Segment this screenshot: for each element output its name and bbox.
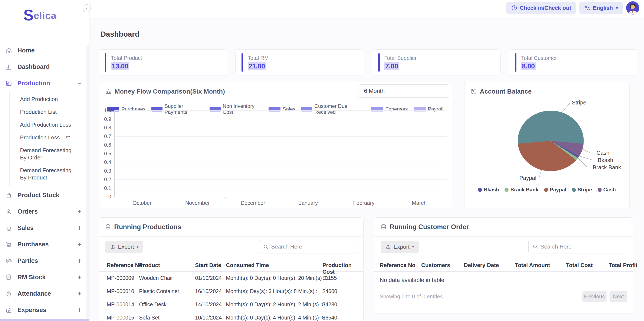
table-cell: MP-000009 [107, 275, 134, 281]
plus-icon[interactable]: + [77, 207, 82, 216]
user-avatar[interactable] [626, 1, 639, 15]
y-axis-tick-label: 0.1 [100, 185, 111, 191]
pie-callout-bkash: Bkash [598, 157, 613, 163]
search-icon [532, 244, 538, 249]
pie-canvas: Stripe Cash Bkash Brack Bank Paypal [464, 82, 630, 193]
table-cell: Month(s): 0 Day(s): 2 Hour(s): 2 Min.(s)… [226, 301, 325, 307]
plus-icon[interactable]: + [77, 240, 82, 248]
stat-card-total-supplier: Total Supplier7.00 [372, 50, 501, 76]
product-stock-icon [5, 192, 12, 199]
language-button[interactable]: English ▾ [579, 2, 623, 14]
parties-icon [5, 257, 12, 264]
sidebar-item-label: Dashboard [18, 63, 50, 70]
check-in-out-button[interactable]: Check in/Check out [506, 2, 576, 14]
y-axis-tick-label: 0.9 [100, 116, 111, 122]
table-cell: 16/10/2024 [195, 288, 222, 294]
divider [374, 236, 633, 237]
running-productions-table: Reference NoProductStart DateConsumed Ti… [99, 259, 363, 321]
export-button[interactable]: Export ▾ [381, 241, 419, 253]
column-header-customers: Customers [421, 262, 450, 268]
table-header-row: Reference NoProductStart DateConsumed Ti… [99, 259, 363, 272]
sidebar-collapse-button[interactable]: ‹ [83, 4, 91, 12]
sidebar-item-label: Attendance [18, 290, 51, 297]
stat-texts: Total Product13.00 [111, 55, 142, 70]
table-cell: MP-000010 [107, 288, 134, 294]
stat-value: 13.00 [111, 63, 142, 70]
sidebar-item-dashboard[interactable]: Dashboard [0, 59, 89, 75]
sidebar-subitem-add-production[interactable]: Add Production [20, 93, 76, 106]
column-header-consumed-time: Consumed Time [226, 262, 269, 268]
search-input[interactable] [540, 243, 622, 250]
sidebar-item-home[interactable]: Home [0, 42, 89, 59]
pie-callout-paypal: Paypal [520, 175, 536, 181]
legend-item-brack-bank[interactable]: Brack Bank [504, 187, 538, 193]
legend-label: Brack Bank [510, 187, 538, 193]
y-axis-tick-label: 0.5 [100, 151, 111, 157]
stat-value: 8.00 [521, 63, 557, 70]
x-axis-label-november: November [170, 200, 225, 206]
sidebar-item-rm-stock[interactable]: RM Stock+ [0, 269, 89, 285]
table-cell: MP-000014 [107, 301, 134, 307]
sidebar-item-sales[interactable]: Sales+ [0, 220, 89, 236]
legend-dot [572, 188, 576, 192]
stat-value: 7.00 [384, 63, 416, 70]
account-balance-legend: BkashBrack BankPaypalStripeCash [464, 187, 629, 193]
database-icon [105, 224, 111, 230]
legend-label: Cash [603, 187, 616, 193]
sidebar-item-label: Parties [18, 257, 38, 264]
legend-item-cash[interactable]: Cash [598, 187, 616, 193]
table-body: MP-000009Wooden Chair01/10/2024Month(s):… [99, 272, 363, 321]
clock-icon [511, 5, 517, 11]
plus-icon[interactable]: + [77, 306, 82, 314]
sidebar-item-expenses[interactable]: Expenses+ [0, 302, 89, 318]
sidebar-item-purchases[interactable]: Purchases+ [0, 236, 89, 253]
minus-icon[interactable]: − [77, 79, 82, 87]
sidebar-subitem-demand-forecasting-by-product[interactable]: Demand Forecasting By Product [20, 164, 76, 184]
search-input[interactable] [271, 243, 353, 250]
legend-item-paypal[interactable]: Paypal [544, 187, 566, 193]
sidebar-item-parties[interactable]: Parties+ [0, 253, 89, 269]
column-header-start-date: Start Date [195, 262, 221, 268]
divider [374, 288, 633, 288]
running-productions-header: Running Productions [105, 223, 181, 231]
app-logo[interactable]: Selica [24, 9, 56, 21]
sidebar-subitem-production-loss-list[interactable]: Production Loss List [20, 131, 76, 144]
previous-page-button[interactable]: Previous [582, 291, 606, 302]
plus-icon[interactable]: + [77, 289, 82, 298]
table-cell: 01/10/2024 [195, 275, 222, 281]
sidebar-item-attendance[interactable]: Attendance+ [0, 285, 89, 302]
table-row: MP-000014Office Desk14/10/2024Month(s): … [99, 298, 363, 311]
legend-label: Bkash [484, 187, 499, 193]
stat-value-text: 13.00 [111, 62, 129, 70]
table-cell: Plastic Container [139, 288, 179, 294]
plus-icon[interactable]: + [77, 257, 82, 265]
legend-label: Paypal [550, 187, 566, 193]
sidebar-scrollbar[interactable] [86, 45, 88, 319]
stat-label: Total Product [111, 55, 142, 61]
divider [99, 236, 363, 237]
y-axis-tick-label: 0.7 [100, 133, 111, 139]
sidebar-subitem-demand-forecasting-by-order[interactable]: Demand Forecasting By Order [20, 144, 76, 164]
legend-item-stripe[interactable]: Stripe [572, 187, 592, 193]
next-page-button[interactable]: Next [610, 291, 628, 302]
sidebar-subitem-add-production-loss[interactable]: Add Production Loss [20, 118, 76, 131]
x-axis-label-march: March [392, 200, 447, 206]
table-cell: Sofa Set [139, 314, 160, 321]
plus-icon[interactable]: + [77, 273, 82, 281]
pie-callout-brack-bank: Brack Bank [593, 164, 621, 171]
search-box [528, 240, 626, 253]
sidebar-nav: HomeDashboardProduction−Add ProductionPr… [0, 42, 89, 321]
sidebar-item-production[interactable]: Production− [0, 75, 89, 91]
export-button[interactable]: Export ▾ [105, 241, 143, 253]
plus-icon[interactable]: + [77, 224, 82, 232]
column-header-delivery-date: Delivery Date [464, 262, 499, 268]
legend-item-bkash[interactable]: Bkash [478, 187, 499, 193]
sidebar-item-orders[interactable]: Orders+ [0, 203, 89, 220]
sidebar-item-product-stock[interactable]: Product Stock [0, 187, 89, 203]
legend-label: Stripe [578, 187, 592, 193]
sidebar: Selica HomeDashboardProduction−Add Produ… [0, 0, 90, 321]
chevron-down-icon: ▾ [412, 244, 414, 249]
table-cell: Wooden Chair [139, 275, 173, 281]
sidebar-subitem-production-list[interactable]: Production List [20, 106, 76, 118]
money-flow-axes: 00.10.20.30.40.50.60.70.80.91.0OctoberNo… [99, 82, 452, 208]
